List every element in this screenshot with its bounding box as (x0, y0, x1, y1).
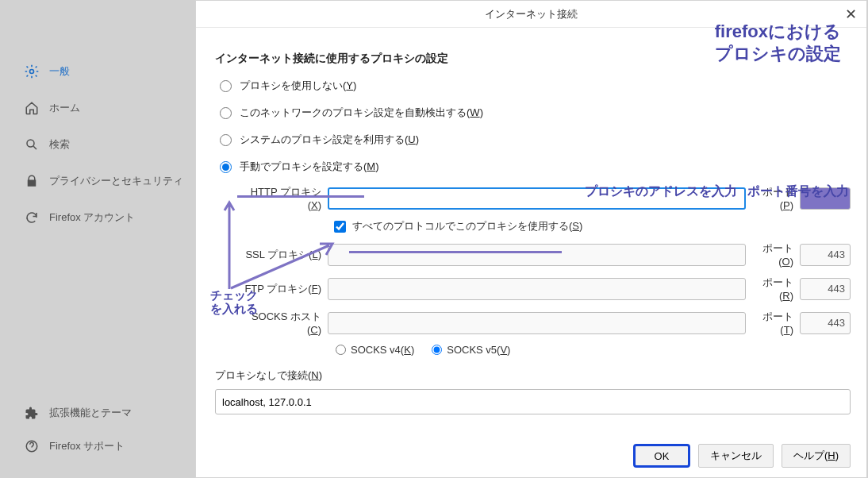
socks-version-group: SOCKS v4(K) SOCKS v5(V) (336, 344, 851, 356)
manual-proxy-form: HTTP プロキシ(X) ポート(P) すべてのプロトコルでこのプロキシを使用す… (242, 185, 851, 356)
radio-socks4[interactable]: SOCKS v4(K) (336, 344, 414, 356)
ssl-proxy-input[interactable] (328, 244, 746, 266)
dialog-body: インターネット接続に使用するプロキシの設定 プロキシを使用しない(Y) このネッ… (196, 28, 866, 434)
radio-manual-input[interactable] (220, 161, 232, 173)
socks-host-row: SOCKS ホスト(C) ポート(T) (242, 310, 851, 336)
section-title: インターネット接続に使用するプロキシの設定 (215, 52, 851, 66)
radio-label: このネットワークのプロキシ設定を自動検出する(W) (240, 106, 483, 120)
no-proxy-label: プロキシなしで接続(N) (215, 368, 851, 383)
radio-auto-detect-input[interactable] (220, 107, 232, 119)
radio-socks5[interactable]: SOCKS v5(V) (432, 344, 510, 356)
radio-manual[interactable]: 手動でプロキシを設定する(M) (220, 160, 851, 174)
search-icon (24, 137, 40, 152)
sidebar-item-privacy[interactable]: プライバシーとセキュリティ (24, 173, 186, 189)
radio-label: 手動でプロキシを設定する(M) (240, 160, 379, 174)
close-icon: ✕ (845, 6, 857, 23)
radio-label: プロキシを使用しない(Y) (240, 79, 356, 93)
sidebar-label: 拡張機能とテーマ (49, 406, 132, 420)
cancel-button[interactable]: キャンセル (698, 444, 774, 468)
sidebar-label: 一般 (49, 64, 70, 79)
radio-no-proxy[interactable]: プロキシを使用しない(Y) (220, 79, 851, 93)
sidebar-item-search[interactable]: 検索 (24, 137, 186, 152)
help-button[interactable]: ヘルプ(H) (782, 444, 851, 468)
radio-no-proxy-input[interactable] (220, 80, 232, 92)
ssl-proxy-label: SSL プロキシ(L) (242, 248, 321, 262)
radio-system-input[interactable] (220, 134, 232, 146)
gear-icon (24, 64, 40, 79)
sync-icon (24, 210, 40, 226)
sidebar-label: プライバシーとセキュリティ (49, 174, 183, 188)
sidebar-item-home[interactable]: ホーム (24, 100, 186, 116)
close-button[interactable]: ✕ (835, 1, 866, 28)
proxy-radio-group: プロキシを使用しない(Y) このネットワークのプロキシ設定を自動検出する(W) … (220, 79, 851, 174)
no-proxy-input[interactable] (215, 389, 851, 414)
ssl-port-input[interactable] (800, 244, 851, 266)
settings-sidebar: 一般 ホーム 検索 プライバシーとセキュリティ Firefox アカウント (0, 0, 194, 478)
socks4-label: SOCKS v4(K) (351, 344, 414, 356)
ssl-proxy-row: SSL プロキシ(L) ポート(O) (242, 241, 851, 268)
ftp-port-input[interactable] (800, 278, 851, 300)
socks-host-label: SOCKS ホスト(C) (242, 310, 321, 336)
sidebar-label: Firefox アカウント (49, 210, 135, 225)
puzzle-icon (24, 405, 40, 421)
ftp-proxy-label: FTP プロキシ(F) (242, 282, 321, 296)
port-label: ポート(R) (752, 276, 793, 302)
dialog-title: インターネット接続 (485, 7, 578, 21)
sidebar-label: 検索 (49, 137, 70, 152)
sidebar-item-addons[interactable]: 拡張機能とテーマ (24, 405, 186, 421)
socks5-input[interactable] (432, 345, 442, 355)
port-label: ポート(O) (752, 241, 793, 268)
dialog-titlebar: インターネット接続 ✕ (196, 1, 866, 28)
sidebar-item-support[interactable]: Firefox サポート (24, 438, 186, 454)
ftp-proxy-input[interactable] (328, 278, 746, 300)
help-icon (24, 438, 40, 454)
port-label: ポート(T) (752, 310, 793, 336)
share-proxy-label: すべてのプロトコルでこのプロキシを使用する(S) (352, 219, 582, 233)
share-proxy-row[interactable]: すべてのプロトコルでこのプロキシを使用する(S) (334, 219, 851, 233)
socks-port-input[interactable] (800, 312, 851, 334)
sidebar-label: ホーム (49, 101, 80, 115)
radio-label: システムのプロキシ設定を利用する(U) (240, 133, 419, 147)
http-proxy-input[interactable] (328, 187, 746, 210)
share-proxy-checkbox[interactable] (334, 221, 346, 233)
port-label: ポート(P) (752, 185, 793, 211)
radio-system[interactable]: システムのプロキシ設定を利用する(U) (220, 133, 851, 147)
http-proxy-row: HTTP プロキシ(X) ポート(P) (242, 185, 851, 211)
ftp-proxy-row: FTP プロキシ(F) ポート(R) (242, 276, 851, 302)
socks5-label: SOCKS v5(V) (447, 344, 510, 356)
http-port-input[interactable] (800, 187, 851, 210)
socks-host-input[interactable] (328, 312, 746, 334)
http-proxy-label: HTTP プロキシ(X) (242, 185, 321, 211)
dialog-footer: OK キャンセル ヘルプ(H) (196, 434, 866, 477)
home-icon (24, 100, 40, 116)
sidebar-item-general[interactable]: 一般 (24, 64, 186, 79)
radio-auto-detect[interactable]: このネットワークのプロキシ設定を自動検出する(W) (220, 106, 851, 120)
lock-icon (24, 173, 40, 189)
svg-point-1 (27, 140, 34, 147)
socks4-input[interactable] (336, 345, 346, 355)
connection-settings-dialog: インターネット接続 ✕ インターネット接続に使用するプロキシの設定 プロキシを使… (195, 0, 867, 478)
sidebar-item-account[interactable]: Firefox アカウント (24, 210, 186, 226)
sidebar-label: Firefox サポート (49, 439, 125, 453)
svg-point-0 (30, 70, 34, 74)
ok-button[interactable]: OK (633, 444, 690, 468)
